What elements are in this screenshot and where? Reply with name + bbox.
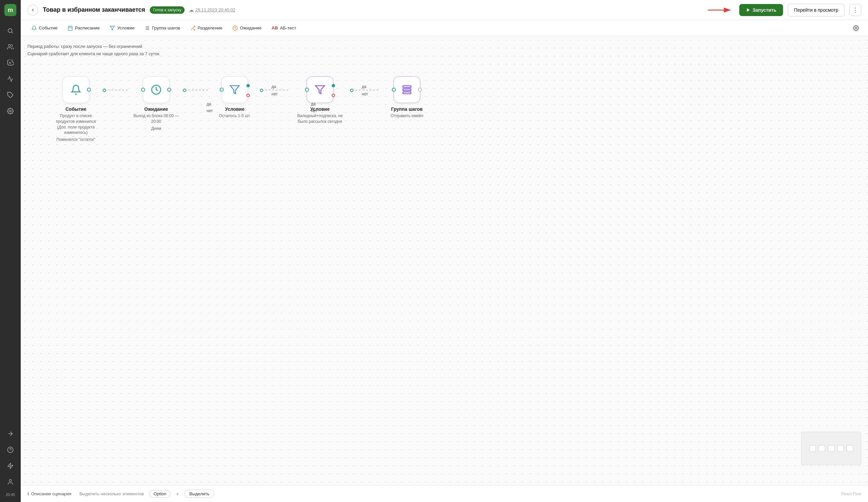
main-content: Товар в избранном заканчивается Готов к … (21, 0, 868, 502)
launch-button[interactable]: Запустить (739, 4, 783, 16)
node-condition1-title: Условие (225, 107, 245, 112)
toolbar: Событие Расписание Условие Группа шагов … (21, 20, 868, 36)
canvas[interactable]: Период работы: сразу после запуска — без… (21, 36, 868, 485)
label-net-1: нет (207, 108, 213, 113)
bottom-info-label: Описание сценария (31, 491, 71, 496)
connector-net-1: нет (271, 92, 278, 97)
node-steps-desc1: Отправить емейл (391, 113, 423, 119)
connector-da-1: да (271, 84, 276, 89)
node-wait[interactable] (143, 76, 169, 103)
sidebar-icon-export[interactable] (4, 427, 17, 440)
svg-point-26 (855, 27, 857, 29)
svg-point-6 (10, 110, 11, 112)
svg-point-11 (9, 480, 12, 482)
node-steps[interactable] (394, 76, 420, 103)
info-icon: ℹ (28, 491, 29, 496)
svg-marker-28 (230, 86, 239, 94)
mini-map-node (828, 445, 835, 452)
svg-rect-15 (68, 26, 72, 30)
svg-marker-10 (8, 463, 13, 469)
date-label[interactable]: ☁ 28.11.2023 20:45:02 (189, 7, 235, 12)
sidebar-icon-lightning[interactable] (4, 459, 17, 473)
sidebar-icon-users[interactable] (4, 40, 17, 53)
sidebar-icon-search[interactable] (4, 24, 17, 38)
bottom-bar: ℹ Описание сценария Выделить несколько э… (21, 485, 868, 502)
bottom-hint: Выделить несколько элементов (79, 491, 144, 496)
react-flow-badge: React Flow (841, 492, 861, 496)
settings-icon[interactable] (851, 23, 861, 33)
sidebar-icon-user[interactable] (4, 475, 17, 489)
toolbar-split[interactable]: Разделение (186, 23, 227, 33)
node-event-desc1: Продукт в списке продуктов изменился (До… (51, 113, 101, 135)
app-logo[interactable]: m (4, 4, 17, 16)
node-wait-desc1: Выход из блока 08:00 — 20:00 (131, 113, 181, 124)
toolbar-schedule[interactable]: Расписание (63, 23, 104, 33)
node-event-title: Событие (65, 107, 86, 112)
node-condition1-desc1: Осталось 1-5 шт. (219, 113, 251, 119)
node-wait-desc2: Днем (151, 126, 161, 131)
node-condition2[interactable] (307, 76, 333, 103)
sidebar-icon-help[interactable] (4, 443, 17, 456)
status-badge: Готов к запуску (150, 6, 185, 14)
sidebar: m 20:45 (0, 0, 21, 502)
connector-da-2: да (362, 84, 366, 89)
sidebar-time: 20:45 (6, 493, 15, 496)
mini-map (801, 432, 861, 465)
mini-map-node (818, 445, 825, 452)
svg-rect-31 (403, 89, 411, 90)
svg-rect-32 (403, 92, 411, 94)
toolbar-ab-test[interactable]: AB АБ-тест (268, 23, 300, 32)
cloud-icon: ☁ (189, 7, 194, 12)
mini-map-node (847, 445, 853, 452)
option-tag: Option (149, 490, 170, 498)
mini-map-node (809, 445, 816, 452)
canvas-info: Период работы: сразу после запуска — без… (28, 43, 159, 58)
select-button[interactable]: Выделить (184, 490, 214, 498)
back-button[interactable] (28, 5, 38, 16)
toolbar-wait[interactable]: Ожидание (228, 23, 266, 33)
date-text: 28.11.2023 20:45:02 (195, 7, 235, 12)
svg-marker-19 (110, 26, 115, 30)
node-event-desc2: Поменялся "остаток" (56, 137, 95, 143)
node-event[interactable] (63, 76, 89, 103)
arrow-indicator (708, 5, 735, 15)
node-condition2-desc1: Валидный+подписка, не было рассылок сего… (295, 113, 345, 124)
svg-marker-14 (747, 8, 750, 12)
svg-rect-30 (403, 86, 411, 87)
node-condition1[interactable] (221, 76, 248, 103)
header: Товар в избранном заканчивается Готов к … (21, 0, 868, 20)
svg-line-1 (12, 32, 13, 33)
plus-sign: + (176, 491, 179, 496)
mini-map-node (837, 445, 844, 452)
toolbar-event[interactable]: Событие (28, 23, 62, 33)
preview-button[interactable]: Перейти в просмотр (788, 4, 845, 17)
toolbar-condition[interactable]: Условие (106, 23, 138, 33)
label-da-1: да (207, 102, 211, 107)
label-da-2: да (311, 102, 316, 107)
sidebar-icon-puzzle[interactable] (4, 88, 17, 102)
svg-marker-29 (316, 86, 325, 94)
bottom-info: ℹ Описание сценария (28, 491, 71, 496)
node-steps-title: Группа шагов (391, 107, 423, 112)
page-title: Товар в избранном заканчивается (43, 6, 145, 13)
toolbar-step-group[interactable]: Группа шагов (141, 23, 184, 33)
node-wait-title: Ожидание (144, 107, 168, 112)
sidebar-icon-megaphone[interactable] (4, 56, 17, 70)
svg-point-0 (8, 29, 12, 32)
sidebar-icon-settings[interactable] (4, 104, 17, 118)
connector-net-2: нет (362, 92, 368, 97)
label-net-2: нет (311, 108, 317, 113)
svg-point-2 (8, 44, 11, 47)
more-button[interactable]: ⋮ (849, 4, 861, 16)
sidebar-icon-chart[interactable] (4, 72, 17, 86)
